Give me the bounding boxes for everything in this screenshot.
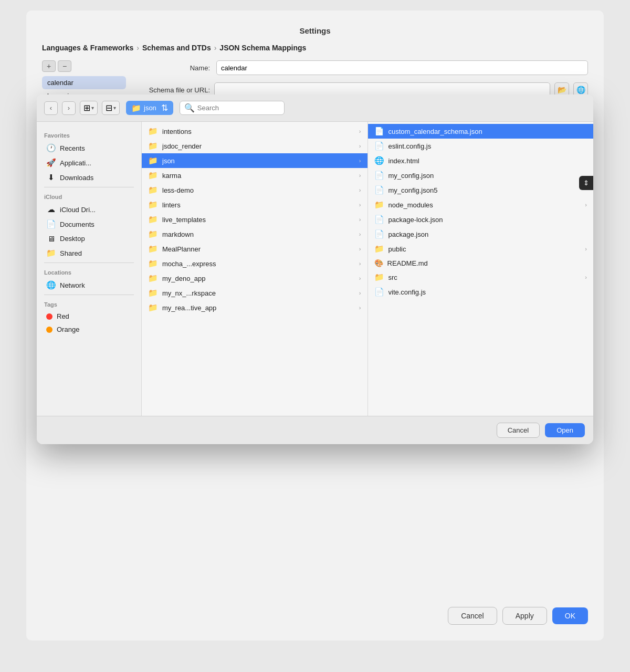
file-name-mealplanner: MealPlanner xyxy=(162,245,355,253)
desktop-icon: 🖥 xyxy=(46,234,56,243)
file-item-mealplanner[interactable]: 📁 MealPlanner › xyxy=(142,242,368,256)
file-item-src[interactable]: 📁 src › xyxy=(368,270,594,285)
chevron-live-templates: › xyxy=(359,216,361,223)
bottom-action-bar: Cancel Apply OK xyxy=(448,607,588,625)
breadcrumb-part3[interactable]: JSON Schema Mappings xyxy=(219,44,306,52)
file-item-intentions[interactable]: 📁 intentions › xyxy=(142,124,368,139)
file-item-eslint-config[interactable]: 📄 eslint.config.js xyxy=(368,139,594,153)
add-schema-button[interactable]: + xyxy=(42,60,56,72)
search-icon: 🔍 xyxy=(184,103,195,113)
search-input[interactable] xyxy=(197,104,280,112)
browser-cancel-button[interactable]: Cancel xyxy=(497,423,540,438)
breadcrumb-part1[interactable]: Languages & Frameworks xyxy=(42,44,133,52)
js-icon-vite: 📄 xyxy=(374,287,384,297)
view-grid-button[interactable]: ⊟ ▾ xyxy=(102,101,120,115)
settings-title: Settings xyxy=(26,21,604,44)
sidebar-item-network[interactable]: 🌐 Network xyxy=(39,278,139,292)
browser-footer: Cancel Open xyxy=(37,416,593,444)
sidebar-item-tag-red[interactable]: Red xyxy=(39,310,139,323)
folder-icon-src: 📁 xyxy=(374,272,384,282)
file-name-package-lock: package-lock.json xyxy=(388,216,587,224)
file-name-my-config-json: my_config.json xyxy=(388,172,587,180)
file-name-my-deno-app: my_deno_app xyxy=(162,275,355,282)
favorites-section-title: Favorites xyxy=(37,128,141,141)
file-item-my-config-json[interactable]: 📄 my_config.json xyxy=(368,168,594,183)
file-item-my-rea[interactable]: 📁 my_rea...tive_app › xyxy=(142,300,368,315)
folder-icon-my-nx: 📁 xyxy=(148,288,158,298)
shared-label: Shared xyxy=(60,249,82,257)
chevron-intentions: › xyxy=(359,128,361,134)
json-icon-custom-calendar: 📄 xyxy=(374,127,384,136)
name-row: Name: xyxy=(136,60,588,75)
sidebar-item-icloud-drive[interactable]: ☁ iCloud Dri... xyxy=(39,202,139,217)
tag-orange-dot xyxy=(46,327,52,333)
browser-sidebar: Favorites 🕐 Recents 🚀 Applicati... ⬇ Dow… xyxy=(37,122,142,416)
folder-icon-my-deno-app: 📁 xyxy=(148,274,158,283)
file-item-custom-calendar-schema[interactable]: 📄 custom_calendar_schema.json xyxy=(368,124,594,139)
sidebar-item-downloads[interactable]: ⬇ Downloads xyxy=(39,170,139,185)
file-item-vite-config[interactable]: 📄 vite.config.js xyxy=(368,285,594,299)
sidebar-item-applications[interactable]: 🚀 Applicati... xyxy=(39,155,139,170)
folder-icon-live-templates: 📁 xyxy=(148,215,158,224)
resize-handle[interactable]: ⇕ xyxy=(579,176,593,190)
browser-open-button[interactable]: Open xyxy=(545,423,585,437)
browser-toolbar: ‹ › ⊞ ▾ ⊟ ▾ 📁 json ⇅ 🔍 xyxy=(37,94,593,122)
network-label: Network xyxy=(60,281,85,289)
forward-button[interactable]: › xyxy=(62,101,76,115)
view-columns-button[interactable]: ⊞ ▾ xyxy=(80,101,98,115)
recents-icon: 🕐 xyxy=(46,143,56,153)
back-button[interactable]: ‹ xyxy=(44,101,58,115)
columns-icon: ⊞ xyxy=(83,103,90,113)
breadcrumb-part2[interactable]: Schemas and DTDs xyxy=(142,44,211,52)
file-item-linters[interactable]: 📁 linters › xyxy=(142,197,368,212)
sidebar-item-documents[interactable]: 📄 Documents xyxy=(39,217,139,232)
file-name-mocha: mocha_...express xyxy=(162,260,355,268)
file-item-jsdoc-render[interactable]: 📁 jsdoc_render › xyxy=(142,139,368,153)
file-name-public: public xyxy=(388,245,581,253)
remove-schema-button[interactable]: − xyxy=(58,60,71,72)
file-item-package-json[interactable]: 📄 package.json xyxy=(368,227,594,242)
grid-chevron: ▾ xyxy=(113,105,116,111)
chevron-linters: › xyxy=(359,202,361,208)
file-item-less-demo[interactable]: 📁 less-demo › xyxy=(142,183,368,197)
folder-icon: 📂 xyxy=(558,86,566,94)
locations-section-title: Locations xyxy=(37,265,141,278)
breadcrumb: Languages & Frameworks › Schemas and DTD… xyxy=(26,44,604,60)
sidebar-item-recents[interactable]: 🕐 Recents xyxy=(39,141,139,155)
file-item-karma[interactable]: 📁 karma › xyxy=(142,168,368,183)
file-item-json[interactable]: 📁 json › xyxy=(142,153,368,168)
settings-cancel-button[interactable]: Cancel xyxy=(448,607,497,625)
tag-red-label: Red xyxy=(57,312,69,320)
file-item-index-html[interactable]: 🌐 index.html xyxy=(368,153,594,168)
json-icon-my-config: 📄 xyxy=(374,171,384,180)
left-file-panel: 📁 intentions › 📁 jsdoc_render › 📁 json › xyxy=(142,122,368,416)
file-name-markdown: markdown xyxy=(162,230,355,238)
file-item-markdown[interactable]: 📁 markdown › xyxy=(142,227,368,242)
file-item-node-modules[interactable]: 📁 node_modules › xyxy=(368,197,594,212)
file-item-readme[interactable]: 🎨 README.md xyxy=(368,256,594,270)
location-picker[interactable]: 📁 json ⇅ xyxy=(126,101,173,115)
chevron-karma: › xyxy=(359,172,361,178)
file-item-package-lock[interactable]: 📄 package-lock.json xyxy=(368,212,594,227)
settings-ok-button[interactable]: OK xyxy=(552,607,588,624)
icloud-drive-label: iCloud Dri... xyxy=(60,206,96,214)
folder-icon-mealplanner: 📁 xyxy=(148,244,158,254)
file-name-intentions: intentions xyxy=(162,128,355,135)
json-icon-my-config5: 📄 xyxy=(374,185,384,195)
icloud-section-title: iCloud xyxy=(37,190,141,202)
file-item-live-templates[interactable]: 📁 live_templates › xyxy=(142,212,368,227)
file-item-mocha[interactable]: 📁 mocha_...express › xyxy=(142,256,368,271)
file-item-my-nx[interactable]: 📁 my_nx_...rkspace › xyxy=(142,286,368,300)
file-name-my-config-json5: my_config.json5 xyxy=(388,186,587,194)
name-input[interactable] xyxy=(216,60,588,75)
schema-item-calendar[interactable]: calendar xyxy=(42,76,126,89)
sidebar-item-tag-orange[interactable]: Orange xyxy=(39,323,139,336)
chevron-my-rea: › xyxy=(359,304,361,311)
settings-apply-button[interactable]: Apply xyxy=(502,607,547,625)
file-name-json: json xyxy=(162,157,355,165)
file-item-my-config-json5[interactable]: 📄 my_config.json5 xyxy=(368,183,594,197)
sidebar-item-desktop[interactable]: 🖥 Desktop xyxy=(39,232,139,246)
file-item-public[interactable]: 📁 public › xyxy=(368,242,594,256)
sidebar-item-shared[interactable]: 📁 Shared xyxy=(39,246,139,260)
file-item-my-deno-app[interactable]: 📁 my_deno_app › xyxy=(142,271,368,286)
